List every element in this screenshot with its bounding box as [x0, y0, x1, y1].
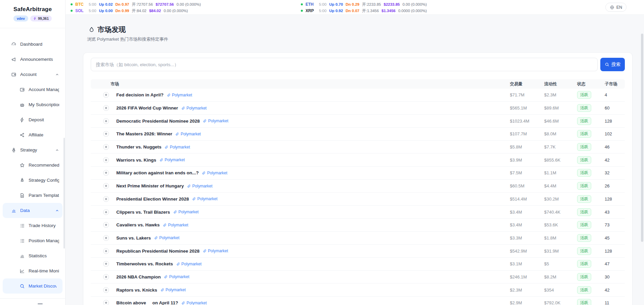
expand-row-button[interactable] [103, 261, 109, 267]
chevron-up-icon [55, 209, 59, 213]
polymarket-link[interactable]: Polymarket [159, 158, 185, 162]
plus-icon [104, 197, 108, 201]
ticker-up: Up 0.70 [329, 2, 343, 6]
table-row: Timberwolves vs. Rockets Polymarket $3.1… [91, 258, 625, 271]
sidebar-item-affiliate[interactable]: Affiliate [0, 127, 65, 142]
app-logo: SafeArbitrage [0, 6, 65, 13]
star-icon [19, 163, 25, 168]
sidebar-item-trade-history[interactable]: Trade History [0, 218, 65, 233]
market-name: Presidential Election Winner 2028 [116, 197, 189, 202]
link-icon [167, 93, 171, 97]
sidebar-item-position-management[interactable]: Position Managem... [0, 233, 65, 248]
market-name: 2026 NBA Champion [116, 274, 161, 279]
expand-row-button[interactable] [103, 157, 109, 163]
expand-row-button[interactable] [103, 144, 109, 150]
credits-value: 99,361 [38, 16, 49, 20]
polymarket-link[interactable]: Polymarket [173, 210, 199, 214]
share-icon [19, 132, 25, 138]
ticker-open: 开:72707.56 [132, 2, 153, 7]
status-badge: 活跃 [577, 234, 591, 242]
sidebar-item-my-subscription[interactable]: My Subscription [0, 97, 65, 112]
submarkets-cell: 73 [605, 222, 625, 227]
bar-chart-icon [11, 208, 16, 213]
sidebar-item-recommended-strategies[interactable]: Recommended Str... [0, 158, 65, 173]
expand-row-button[interactable] [103, 105, 109, 111]
polymarket-link[interactable]: Polymarket [176, 262, 202, 266]
submarkets-cell: 128 [605, 197, 625, 202]
polymarket-link[interactable]: Polymarket [167, 93, 192, 97]
expand-row-button[interactable] [103, 222, 109, 228]
expand-row-button[interactable] [103, 92, 109, 98]
volume-cell: $71.7M [510, 92, 544, 97]
volume-cell: $246.1M [510, 274, 544, 279]
market-name: Cavaliers vs. Hawks [116, 222, 160, 227]
polymarket-link[interactable]: Polymarket [160, 288, 186, 292]
sidebar-item-account-management[interactable]: Account Manage... [0, 82, 65, 97]
table-row: Suns vs. Lakers Polymarket $3.3M $1.8M 活… [91, 232, 625, 245]
page-scrollbar[interactable] [641, 34, 643, 242]
polymarket-label: Polymarket [170, 145, 190, 149]
expand-row-button[interactable] [103, 248, 109, 254]
polymarket-link[interactable]: Polymarket [154, 235, 179, 240]
polymarket-link[interactable]: Polymarket [181, 106, 207, 111]
status-badge: 活跃 [577, 143, 591, 151]
polymarket-link[interactable]: Polymarket [164, 145, 190, 149]
table-row: Next Prime Minister of Hungary Polymarke… [91, 180, 625, 193]
plus-icon [104, 184, 108, 188]
link-icon [175, 132, 179, 136]
sidebar-group-strategy[interactable]: Strategy [0, 142, 65, 158]
main-area: BTC 5:00 Up 0.02 Dn 0.97 开:72707.56 $727… [66, 0, 644, 305]
polymarket-link[interactable]: Polymarket [163, 223, 188, 227]
language-button[interactable]: EN [605, 3, 627, 12]
sidebar-item-realtime-monitor[interactable]: Real-time Monitor [0, 263, 65, 278]
header-market: 市场 [91, 81, 510, 87]
submarkets-cell: 128 [605, 119, 625, 124]
expand-row-button[interactable] [103, 274, 109, 280]
sidebar-group-account[interactable]: Account [0, 67, 65, 82]
polymarket-label: Polymarket [187, 301, 207, 305]
sidebar-divider [0, 298, 65, 299]
expand-row-button[interactable] [103, 170, 109, 176]
ticker-time: 5:00 [319, 2, 326, 6]
liquidity-cell: $5 [544, 261, 577, 266]
liquidity-cell: $46.6M [544, 119, 577, 124]
search-button[interactable]: 搜索 [600, 58, 625, 71]
volume-cell: $3.4M [510, 210, 544, 215]
expand-row-button[interactable] [103, 287, 109, 293]
polymarket-link[interactable]: Polymarket [181, 301, 207, 305]
sidebar-item-announcements[interactable]: Announcements [0, 52, 65, 67]
polymarket-label: Polymarket [159, 235, 179, 240]
liquidity-cell: $2.3M [544, 92, 577, 97]
sidebar-group-data[interactable]: Data [3, 203, 63, 218]
sidebar-item-dashboard[interactable]: Dashboard [0, 37, 65, 52]
polymarket-link[interactable]: Polymarket [202, 171, 227, 175]
search-input[interactable] [91, 58, 598, 71]
sidebar-item-deposit[interactable]: Deposit [0, 112, 65, 127]
polymarket-link[interactable]: Polymarket [203, 119, 228, 123]
polymarket-link[interactable]: Polymarket [203, 249, 228, 253]
expand-row-button[interactable] [103, 131, 109, 137]
polymarket-link[interactable]: Polymarket [175, 132, 201, 136]
expand-row-button[interactable] [103, 118, 109, 124]
polymarket-link[interactable]: Polymarket [192, 197, 217, 201]
submarkets-cell: 42 [605, 288, 625, 293]
expand-row-button[interactable] [103, 209, 109, 215]
liquidity-cell: $740.4K [544, 210, 577, 215]
table-header: 市场 交易量 流动性 状态 子市场 [91, 79, 625, 89]
sidebar-item-param-templates[interactable]: Param Templates [0, 188, 65, 203]
polymarket-label: Polymarket [180, 132, 201, 136]
sidebar-item-market-discovery[interactable]: Market Discovery [3, 278, 63, 294]
status-badge: 活跃 [577, 247, 591, 255]
sidebar-scrollbar[interactable] [64, 138, 65, 249]
expand-row-button[interactable] [103, 235, 109, 241]
polymarket-label: Polymarket [192, 184, 212, 188]
expand-row-button[interactable] [103, 300, 109, 305]
sidebar-item-strategy-config[interactable]: Strategy Config [0, 173, 65, 188]
expand-row-button[interactable] [103, 183, 109, 189]
sidebar-item-statistics[interactable]: Statistics [0, 248, 65, 263]
ticker-up: Up 0.92 [329, 9, 343, 13]
lightning-icon [19, 117, 25, 123]
expand-row-button[interactable] [103, 196, 109, 202]
polymarket-link[interactable]: Polymarket [187, 184, 212, 188]
polymarket-link[interactable]: Polymarket [164, 274, 189, 279]
